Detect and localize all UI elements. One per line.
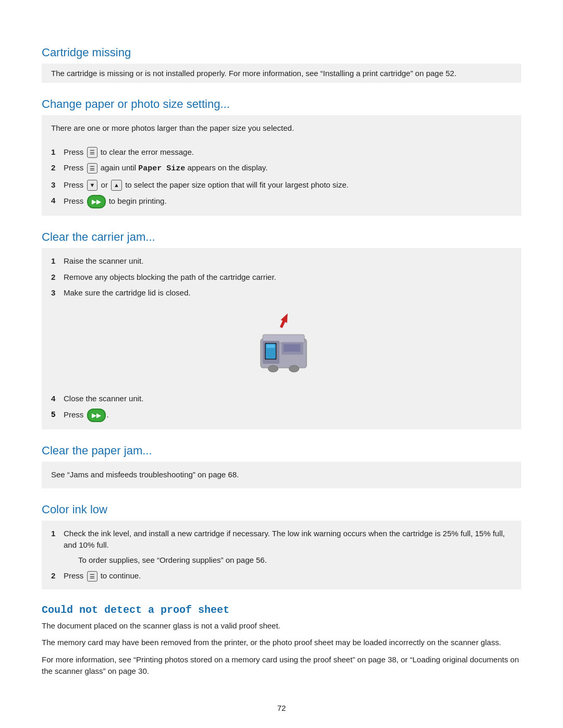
ink-step-num-1: 1 [51, 528, 59, 540]
svg-point-8 [268, 365, 278, 372]
step-num-2: 2 [51, 162, 59, 174]
step-4: 4 Press ▶▶ to begin printing. [51, 195, 512, 208]
ok-icon-2: ▶▶ [87, 409, 106, 422]
carrier-step-5-text: Press ▶▶. [64, 409, 109, 422]
carrier-step-num-4: 4 [51, 393, 59, 405]
ink-step-1-subtext: To order supplies, see “Ordering supplie… [78, 554, 512, 566]
carrier-step-num-2: 2 [51, 272, 59, 283]
paper-size-code: Paper Size [138, 164, 185, 173]
carrier-step-1: 1 Raise the scanner unit. [51, 255, 512, 267]
step-4-text: Press ▶▶ to begin printing. [64, 195, 167, 208]
step-1: 1 Press ☰ to clear the error message. [51, 146, 512, 158]
ink-step-num-2: 2 [51, 570, 59, 582]
page-number: 72 [42, 704, 521, 712]
ink-step-1-text: Check the ink level, and install a new c… [64, 528, 512, 551]
carrier-step-2: 2 Remove any objects blocking the path o… [51, 272, 512, 283]
menu-icon-2: ☰ [87, 163, 97, 174]
svg-marker-10 [278, 312, 290, 329]
clear-paper-jam-text: See “Jams and misfeeds troubleshooting” … [51, 469, 512, 481]
proof-sheet-text-1: The document placed on the scanner glass… [42, 620, 521, 632]
ink-step-2-text: Press ☰ to continue. [64, 570, 141, 582]
step-1-text: Press ☰ to clear the error message. [64, 146, 194, 158]
menu-icon-1: ☰ [87, 147, 97, 158]
cartridge-missing-body: The cartridge is missing or is not insta… [42, 64, 521, 83]
ok-icon-1: ▶▶ [87, 195, 106, 208]
clear-paper-jam-body: See “Jams and misfeeds troubleshooting” … [42, 462, 521, 488]
svg-point-9 [289, 365, 299, 372]
carrier-step-num-3: 3 [51, 287, 59, 299]
could-not-detect-body: The document placed on the scanner glass… [42, 620, 521, 677]
step-num-4: 4 [51, 195, 59, 207]
carrier-step-num-1: 1 [51, 255, 59, 267]
carrier-step-4-text: Close the scanner unit. [64, 393, 143, 405]
carrier-step-1-text: Raise the scanner unit. [64, 255, 143, 267]
carrier-step-3: 3 Make sure the cartridge lid is closed. [51, 287, 512, 299]
menu-icon-3: ☰ [87, 571, 97, 582]
clear-carrier-jam-body: 1 Raise the scanner unit. 2 Remove any o… [42, 248, 521, 429]
carrier-jam-steps-before: 1 Raise the scanner unit. 2 Remove any o… [51, 255, 512, 299]
step-3-text: Press ▼ or ▲ to select the paper size op… [64, 179, 349, 191]
step-2-text: Press ☰ again until Paper Size appears o… [64, 162, 267, 175]
printer-cartridge-image [51, 310, 512, 382]
ink-step-2: 2 Press ☰ to continue. [51, 570, 512, 582]
step-3: 3 Press ▼ or ▲ to select the paper size … [51, 179, 512, 191]
step-num-3: 3 [51, 179, 59, 191]
change-paper-heading: Change paper or photo size setting... [42, 97, 521, 111]
printer-svg [240, 310, 323, 382]
clear-paper-jam-heading: Clear the paper jam... [42, 444, 521, 458]
carrier-step-2-text: Remove any objects blocking the path of … [64, 272, 276, 283]
clear-paper-jam-section: Clear the paper jam... See “Jams and mis… [42, 444, 521, 488]
down-arrow-icon: ▼ [87, 180, 98, 191]
change-paper-intro: There are one or more photos larger than… [51, 122, 512, 134]
change-paper-section: Change paper or photo size setting... Th… [42, 97, 521, 216]
ink-step-1-content: Check the ink level, and install a new c… [64, 528, 512, 566]
ink-step-1: 1 Check the ink level, and install a new… [51, 528, 512, 566]
clear-carrier-jam-section: Clear the carrier jam... 1 Raise the sca… [42, 230, 521, 429]
carrier-step-4: 4 Close the scanner unit. [51, 393, 512, 405]
proof-sheet-text-2: The memory card may have been removed fr… [42, 637, 521, 649]
could-not-detect-heading: Could not detect a proof sheet [42, 604, 521, 616]
step-num-1: 1 [51, 146, 59, 158]
step-2: 2 Press ☰ again until Paper Size appears… [51, 162, 512, 175]
clear-carrier-jam-heading: Clear the carrier jam... [42, 230, 521, 244]
cartridge-missing-text: The cartridge is missing or is not insta… [51, 69, 512, 78]
color-ink-low-body: 1 Check the ink level, and install a new… [42, 521, 521, 589]
svg-rect-7 [284, 344, 300, 351]
cartridge-missing-section: Cartridge missing The cartridge is missi… [42, 46, 521, 83]
color-ink-low-heading: Color ink low [42, 503, 521, 516]
carrier-step-5: 5 Press ▶▶. [51, 409, 512, 422]
up-arrow-icon: ▲ [111, 180, 122, 191]
change-paper-body: There are one or more photos larger than… [42, 115, 521, 216]
carrier-step-3-text: Make sure the cartridge lid is closed. [64, 287, 190, 299]
color-ink-low-section: Color ink low 1 Check the ink level, and… [42, 503, 521, 589]
proof-sheet-text-3: For more information, see “Printing phot… [42, 654, 521, 677]
cartridge-missing-heading: Cartridge missing [42, 46, 521, 59]
change-paper-steps: 1 Press ☰ to clear the error message. 2 … [51, 146, 512, 209]
ink-low-steps: 1 Check the ink level, and install a new… [51, 528, 512, 582]
carrier-step-num-5: 5 [51, 409, 59, 421]
svg-rect-5 [266, 344, 275, 348]
could-not-detect-section: Could not detect a proof sheet The docum… [42, 604, 521, 677]
carrier-jam-steps-after: 4 Close the scanner unit. 5 Press ▶▶. [51, 393, 512, 423]
